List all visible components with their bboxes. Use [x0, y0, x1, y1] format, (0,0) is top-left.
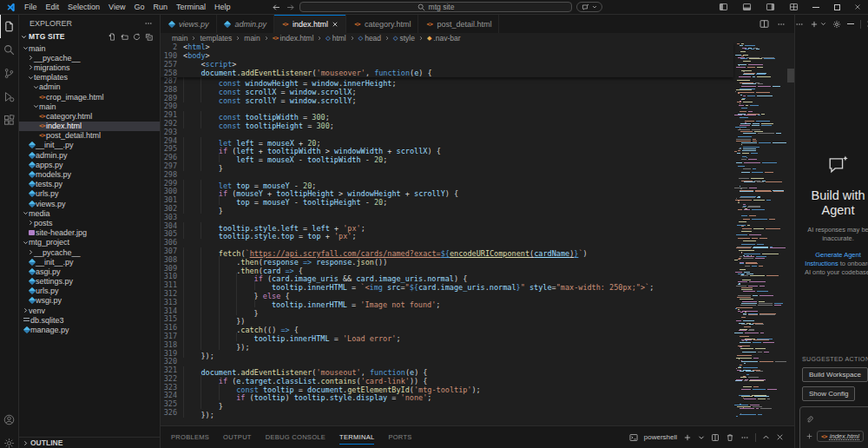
activity-explorer[interactable] [0, 15, 18, 38]
tree-item-site-header.jpg[interactable]: site-header.jpg [19, 228, 160, 238]
panel-tab-terminal[interactable]: TERMINAL [339, 431, 374, 445]
tree-item-tests.py[interactable]: tests.py [19, 180, 160, 189]
activity-run-and-debug[interactable] [0, 85, 18, 109]
breadcrumb-item-index.html[interactable]: <>index.html [273, 34, 314, 43]
tree-item-__pycache__[interactable]: __pycache__ [19, 53, 160, 63]
tree-item-wsgi.py[interactable]: wsgi.py [19, 296, 160, 306]
menu-view[interactable]: View [104, 0, 129, 14]
tree-item-models.py[interactable]: models.py [19, 169, 160, 179]
code-editor[interactable]: 2<html>190<body>257 <script>258 document… [161, 43, 794, 425]
tree-item-index.html[interactable]: <>index.html [19, 122, 160, 131]
new-chat-button[interactable] [810, 20, 826, 29]
tree-item-__init__.py[interactable]: __init__.py [19, 141, 160, 150]
chat-settings-gear-icon[interactable] [832, 20, 841, 29]
tree-item-asgi.py[interactable]: asgi.py [19, 267, 160, 276]
menu-go[interactable]: Go [129, 0, 148, 14]
tree-item-migrations[interactable]: migrations [19, 63, 160, 72]
chat-more-icon[interactable] [795, 20, 804, 29]
tab-index.html[interactable]: <>index.html [274, 15, 346, 33]
customize-layout-icon[interactable] [789, 3, 799, 11]
tree-item-main[interactable]: main [19, 102, 160, 111]
kill-terminal-icon[interactable] [726, 433, 734, 442]
minimap[interactable] [734, 43, 786, 425]
minimize-button[interactable] [806, 0, 826, 14]
activity-extensions[interactable] [0, 109, 18, 132]
add-context-icon[interactable] [806, 432, 813, 440]
panel-tab-ports[interactable]: PORTS [388, 431, 411, 444]
context-chip[interactable]: <> index.html [817, 431, 864, 442]
panel-tab-debug-console[interactable]: DEBUG CONSOLE [266, 431, 326, 444]
action-button-show-config[interactable]: Show Config [802, 386, 855, 401]
breadcrumb-item-main[interactable]: main [244, 34, 260, 43]
shell-label[interactable]: powershell [644, 433, 677, 441]
breadcrumb-item-head[interactable]: ◇head [358, 34, 381, 43]
tree-item-__init__.py[interactable]: __init__.py [19, 257, 160, 267]
new-folder-icon[interactable] [121, 33, 128, 41]
close-window-button[interactable] [847, 0, 868, 14]
project-section-header[interactable]: MTG SITE [19, 31, 160, 42]
tree-item-templates[interactable]: templates [19, 73, 160, 82]
menu-help[interactable]: Help [210, 0, 235, 14]
activity-account[interactable] [0, 408, 18, 432]
menu-selection[interactable]: Selection [63, 0, 104, 14]
maximize-button[interactable] [826, 0, 847, 14]
menu-terminal[interactable]: Terminal [172, 0, 210, 14]
panel-tab-output[interactable]: OUTPUT [223, 431, 252, 444]
tree-item-settings.py[interactable]: settings.py [19, 277, 160, 287]
menu-edit[interactable]: Edit [42, 0, 64, 14]
toggle-panel-icon[interactable] [742, 3, 752, 11]
tree-item-__pycache__[interactable]: __pycache__ [19, 247, 160, 257]
tree-item-posts[interactable]: posts [19, 218, 160, 227]
tab-post_detail.html[interactable]: <>post_detail.html [418, 15, 499, 33]
tree-item-views.py[interactable]: views.py [19, 199, 160, 208]
toggle-primary-sidebar-icon[interactable] [719, 3, 728, 11]
tab-admin.py[interactable]: admin.py [217, 15, 275, 33]
breadcrumb-item-html[interactable]: ◇html [326, 34, 345, 43]
tree-item-crop_image.html[interactable]: <>crop_image.html [19, 92, 160, 102]
explorer-more-icon[interactable] [144, 19, 153, 28]
breadcrumb-item-main[interactable]: main [172, 34, 187, 43]
panel-more-icon[interactable] [740, 433, 749, 442]
tree-item-apps.py[interactable]: apps.py [19, 160, 160, 169]
split-terminal-icon[interactable] [711, 433, 720, 442]
hide-panel-icon[interactable] [847, 23, 854, 24]
action-button-build-workspace[interactable]: Build Workspace [802, 367, 868, 382]
toggle-secondary-sidebar-icon[interactable] [766, 3, 775, 11]
tree-item-urls.py[interactable]: urls.py [19, 189, 160, 199]
new-file-icon[interactable] [108, 33, 116, 41]
close-panel-icon[interactable] [776, 433, 784, 441]
tree-item-db.sqlite3[interactable]: db.sqlite3 [19, 315, 160, 325]
editor-scrollbar[interactable] [787, 69, 794, 82]
breadcrumb-item-nav-bar[interactable]: ◆.nav-bar [427, 34, 461, 43]
menu-file[interactable]: File [20, 0, 42, 14]
terminal-dropdown-icon[interactable] [698, 434, 705, 441]
chat-input-box[interactable]: <> index.html Describe what to buil [799, 406, 868, 448]
menu-run[interactable]: Run [148, 0, 172, 14]
breadcrumb[interactable]: maintemplatesmain<>index.html◇html◇head◇… [161, 33, 794, 43]
tree-item-admin[interactable]: admin [19, 82, 160, 92]
panel-tab-problems[interactable]: PROBLEMS [171, 431, 209, 444]
breadcrumb-item-templates[interactable]: templates [200, 34, 232, 43]
breadcrumb-item-style[interactable]: ◇style [393, 34, 415, 43]
tree-item-mtg_project[interactable]: mtg_project [19, 238, 160, 247]
attach-context-icon[interactable] [806, 416, 813, 424]
copilot-menu-button[interactable] [576, 2, 602, 12]
tree-item-venv[interactable]: venv [19, 306, 160, 315]
collapse-all-icon[interactable] [145, 33, 153, 41]
tab-views.py[interactable]: views.py [161, 15, 217, 33]
maximize-panel-icon[interactable] [762, 433, 770, 441]
tree-item-category.html[interactable]: <>category.html [19, 111, 160, 121]
activity-search[interactable] [0, 38, 18, 62]
tree-item-main[interactable]: main [19, 43, 160, 53]
command-center-search[interactable]: mtg site [299, 2, 572, 12]
tree-item-post_detail.html[interactable]: <>post_detail.html [19, 131, 160, 141]
tree-item-manage.py[interactable]: manage.py [19, 325, 160, 334]
tree-item-urls.py[interactable]: urls.py [19, 287, 160, 296]
tab-category.html[interactable]: <>category.html [346, 15, 418, 33]
tree-item-media[interactable]: media [19, 208, 160, 218]
new-terminal-icon[interactable] [683, 433, 692, 442]
back-arrow-icon[interactable] [272, 3, 281, 12]
outline-section[interactable]: OUTLINE [19, 437, 160, 448]
activity-settings[interactable] [0, 432, 18, 448]
forward-arrow-icon[interactable] [286, 3, 295, 12]
